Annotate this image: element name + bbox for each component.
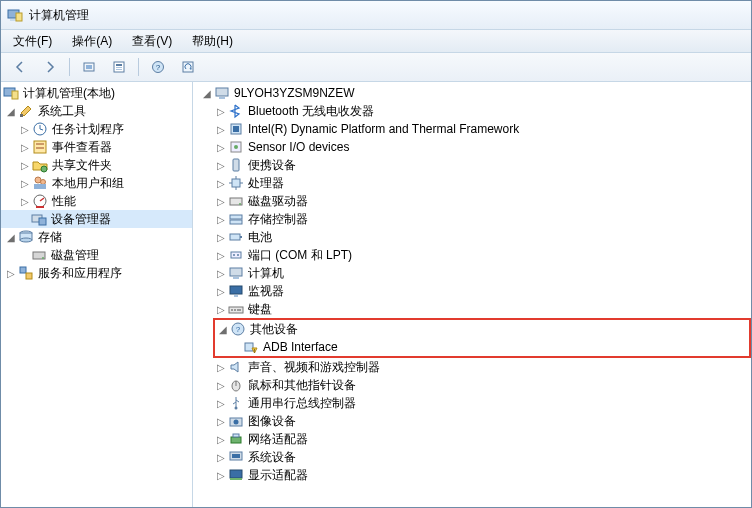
menu-action[interactable]: 操作(A) [64,31,120,52]
menu-view[interactable]: 查看(V) [124,31,180,52]
tree-event-viewer[interactable]: ▷事件查看器 [1,138,192,156]
expand-icon[interactable]: ▷ [215,213,227,225]
sound-icon [228,359,244,375]
computer-mgmt-icon [3,85,19,101]
device-adb-interface[interactable]: ! ADB Interface [215,338,749,356]
device-disk-drives[interactable]: ▷磁盘驱动器 [193,192,751,210]
device-network-adapters[interactable]: ▷网络适配器 [193,430,751,448]
expand-icon[interactable]: ▷ [19,159,31,171]
services-icon [18,265,34,281]
tree-label: 存储 [38,229,62,246]
svg-rect-60 [245,343,253,351]
expand-icon[interactable]: ▷ [215,379,227,391]
nav-back-button[interactable] [7,55,33,79]
device-monitors[interactable]: ▷监视器 [193,282,751,300]
expand-icon[interactable]: ▷ [215,397,227,409]
expand-icon[interactable]: ▷ [215,177,227,189]
device-storage-controllers[interactable]: ▷存储控制器 [193,210,751,228]
collapse-icon[interactable]: ◢ [201,87,213,99]
tree-device-manager[interactable]: 设备管理器 [1,210,192,228]
expand-icon[interactable]: ▷ [19,195,31,207]
expand-icon[interactable]: ▷ [215,195,227,207]
expand-icon[interactable]: ▷ [215,141,227,153]
device-label: 存储控制器 [248,211,308,228]
expand-icon[interactable]: ▷ [19,123,31,135]
expand-icon[interactable]: ▷ [215,361,227,373]
device-imaging[interactable]: ▷图像设备 [193,412,751,430]
device-mice[interactable]: ▷鼠标和其他指针设备 [193,376,751,394]
other-device-icon: ? [230,321,246,337]
tree-local-users[interactable]: ▷本地用户和组 [1,174,192,192]
perf-icon [32,193,48,209]
tree-label: 系统工具 [38,103,86,120]
menu-file[interactable]: 文件(F) [5,31,60,52]
menu-help[interactable]: 帮助(H) [184,31,241,52]
svg-point-38 [234,145,238,149]
collapse-icon[interactable]: ◢ [5,105,17,117]
toolbar-divider [138,58,139,76]
tree-shared-folders[interactable]: ▷共享文件夹 [1,156,192,174]
network-icon [228,431,244,447]
svg-rect-17 [36,143,44,145]
svg-rect-56 [234,309,236,311]
expand-icon[interactable]: ▷ [215,123,227,135]
collapse-icon[interactable]: ◢ [5,231,17,243]
svg-rect-68 [233,434,239,437]
expand-icon[interactable]: ▷ [215,159,227,171]
expand-icon[interactable]: ▷ [215,433,227,445]
collapse-icon[interactable]: ◢ [217,323,229,335]
device-ports[interactable]: ▷端口 (COM 和 LPT) [193,246,751,264]
svg-rect-32 [26,273,32,279]
device-processors[interactable]: ▷处理器 [193,174,751,192]
expand-icon[interactable]: ▷ [215,105,227,117]
expand-icon[interactable]: ▷ [5,267,17,279]
nav-forward-button[interactable] [37,55,63,79]
device-label: 通用串行总线控制器 [248,395,356,412]
tree-performance[interactable]: ▷性能 [1,192,192,210]
expand-icon[interactable]: ▷ [19,177,31,189]
expand-icon[interactable]: ▷ [215,469,227,481]
expand-icon[interactable]: ▷ [19,141,31,153]
device-computers[interactable]: ▷计算机 [193,264,751,282]
expand-icon[interactable]: ▷ [215,415,227,427]
tools-icon [18,103,34,119]
menubar: 文件(F) 操作(A) 查看(V) 帮助(H) [1,30,751,53]
port-icon [228,247,244,263]
expand-icon[interactable]: ▷ [215,285,227,297]
expand-icon[interactable]: ▷ [215,303,227,315]
disk-icon [31,247,47,263]
device-display-adapters[interactable]: ▷显示适配器 [193,466,751,484]
tree-storage[interactable]: ◢ 存储 [1,228,192,246]
device-label: Sensor I/O devices [248,140,349,154]
expand-icon[interactable]: ▷ [215,451,227,463]
device-other-devices[interactable]: ◢ ? 其他设备 [215,320,749,338]
tree-disk-management[interactable]: 磁盘管理 [1,246,192,264]
expand-icon[interactable]: ▷ [215,267,227,279]
device-sensor-io[interactable]: ▷Sensor I/O devices [193,138,751,156]
tree-label: 共享文件夹 [52,157,112,174]
properties-button[interactable] [106,55,132,79]
expand-icon[interactable]: ▷ [215,231,227,243]
device-keyboards[interactable]: ▷键盘 [193,300,751,318]
device-bluetooth[interactable]: ▷Bluetooth 无线电收发器 [193,102,751,120]
svg-rect-13 [12,91,18,99]
device-batteries[interactable]: ▷电池 [193,228,751,246]
device-portable[interactable]: ▷便携设备 [193,156,751,174]
tree-task-scheduler[interactable]: ▷任务计划程序 [1,120,192,138]
device-system-devices[interactable]: ▷系统设备 [193,448,751,466]
tree-label: 任务计划程序 [52,121,124,138]
tree-services-apps[interactable]: ▷ 服务和应用程序 [1,264,192,282]
refresh-button[interactable] [175,55,201,79]
device-usb-controllers[interactable]: ▷通用串行总线控制器 [193,394,751,412]
scan-button[interactable] [76,55,102,79]
device-sound-video-game[interactable]: ▷声音、视频和游戏控制器 [193,358,751,376]
toolbar: ? [1,53,751,82]
bluetooth-icon [228,103,244,119]
tree-system-tools[interactable]: ◢ 系统工具 [1,102,192,120]
device-root-computer[interactable]: ◢ 9LYOH3YZSM9NZEW [193,84,751,102]
toolbar-divider [69,58,70,76]
help-button[interactable]: ? [145,55,171,79]
device-intel-dptf[interactable]: ▷Intel(R) Dynamic Platform and Thermal F… [193,120,751,138]
expand-icon[interactable]: ▷ [215,249,227,261]
tree-root-computer-management[interactable]: 计算机管理(本地) [1,84,192,102]
